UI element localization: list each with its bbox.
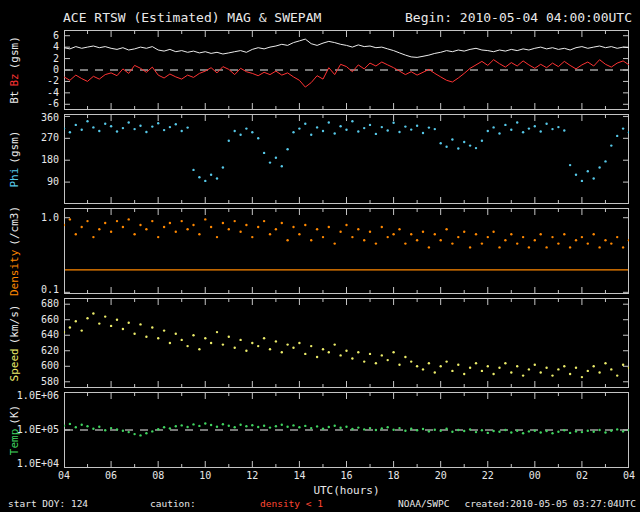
x-tick-label: 14 bbox=[289, 470, 309, 481]
y-tick-label: -4 bbox=[0, 88, 59, 98]
y-tick-label: -6 bbox=[0, 99, 59, 109]
panel-density: Density(/cm3)1.00.1 bbox=[0, 208, 640, 294]
x-tick-label: 04 bbox=[619, 470, 639, 481]
temp-plot bbox=[64, 392, 629, 468]
speed-plot bbox=[64, 298, 629, 388]
phi-plot bbox=[64, 114, 629, 204]
y-tick-label: 660 bbox=[0, 315, 59, 325]
bt-bz-plot bbox=[64, 30, 629, 110]
y-tick-label: -2 bbox=[0, 76, 59, 86]
x-tick-label: 02 bbox=[572, 470, 592, 481]
y-tick-label: 1.0E+04 bbox=[0, 459, 59, 469]
x-tick-label: 20 bbox=[431, 470, 451, 481]
x-tick-label: 18 bbox=[384, 470, 404, 481]
footer-bar: start DOY: 124 caution: density < 1 NOAA… bbox=[0, 498, 640, 511]
x-tick-label: 04 bbox=[54, 470, 74, 481]
x-tick-label: 08 bbox=[148, 470, 168, 481]
y-tick-label: 0.1 bbox=[0, 285, 59, 295]
footer-caution-label: caution: bbox=[150, 498, 196, 509]
y-tick-label: 6 bbox=[0, 31, 59, 41]
y-tick-label: 180 bbox=[0, 155, 59, 165]
y-tick-label: 2 bbox=[0, 54, 59, 64]
y-tick-label: 360 bbox=[0, 113, 59, 123]
panel-bt-bz: BtBz(gsm)6420-2-4-6 bbox=[0, 30, 640, 110]
begin-time-label: Begin: 2010-05-04 04:00:00UTC bbox=[405, 10, 632, 25]
y-tick-label: 580 bbox=[0, 377, 59, 387]
y-tick-label: 680 bbox=[0, 299, 59, 309]
y-tick-label: 1.0E+06 bbox=[0, 391, 59, 401]
x-tick-label: 16 bbox=[337, 470, 357, 481]
y-tick-label: 1.0 bbox=[0, 213, 59, 223]
temp-ylabel-part: (K) bbox=[8, 405, 21, 425]
y-tick-label: 270 bbox=[0, 133, 59, 143]
x-tick-label: 06 bbox=[101, 470, 121, 481]
y-tick-label: 600 bbox=[0, 361, 59, 371]
footer-source: NOAA/SWPC bbox=[398, 498, 449, 509]
x-tick-label: 10 bbox=[195, 470, 215, 481]
panel-phi: Phi(gsm)36027018090 bbox=[0, 114, 640, 204]
panel-speed: Speed(km/s)680660640620600580 bbox=[0, 298, 640, 388]
panel-temp: Temp(K)1.0E+061.0E+051.0E+04 bbox=[0, 392, 640, 468]
x-tick-label: 12 bbox=[242, 470, 262, 481]
ace-rtsw-screen: ACE RTSW (Estimated) MAG & SWEPAM Begin:… bbox=[0, 0, 640, 512]
x-axis-title: UTC(hours) bbox=[64, 484, 629, 497]
footer-start-doy: start DOY: 124 bbox=[8, 498, 88, 509]
y-tick-label: 0 bbox=[0, 65, 59, 75]
y-tick-label: 1.0E+05 bbox=[0, 425, 59, 435]
density-plot bbox=[64, 208, 629, 294]
footer-caution-value: density < 1 bbox=[260, 498, 323, 509]
plot-title: ACE RTSW (Estimated) MAG & SWEPAM bbox=[63, 10, 321, 25]
x-tick-labels-row: 04060810121416182022000204 bbox=[0, 470, 640, 482]
y-tick-label: 620 bbox=[0, 346, 59, 356]
y-tick-label: 640 bbox=[0, 330, 59, 340]
x-tick-label: 00 bbox=[525, 470, 545, 481]
y-tick-label: 4 bbox=[0, 42, 59, 52]
y-tick-label: 90 bbox=[0, 177, 59, 187]
x-tick-label: 22 bbox=[478, 470, 498, 481]
footer-created-time: created:2010-05-05 03:27:04UTC bbox=[464, 498, 636, 509]
